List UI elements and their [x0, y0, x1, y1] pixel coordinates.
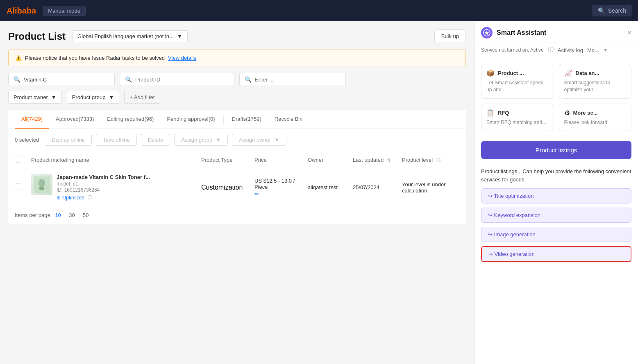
- product-name: Japan-made Vitamin C Skin Toner f...: [57, 174, 201, 180]
- tab-divider: [223, 115, 224, 124]
- product-level: Your level is under calculation: [402, 181, 459, 194]
- card-desc: Smart RFQ matching and...: [486, 119, 549, 126]
- badge-info-icon[interactable]: ⓘ: [88, 194, 92, 201]
- service-status: Service not turned on: Active: [481, 47, 544, 53]
- card-icon: 📋: [486, 109, 495, 117]
- col-header-updated: Last updated ⇅: [353, 157, 402, 163]
- main-content: Product List Global English language mar…: [0, 21, 474, 364]
- pagination-bar: Items per page: 10 | 30 | 50: [8, 206, 466, 224]
- filter-row: Product owner ▼ Product group ▼ + Add fi…: [8, 91, 466, 104]
- product-updated: 25/07/2024: [353, 184, 402, 190]
- product-thumbnail: [31, 174, 52, 195]
- edit-price-icon[interactable]: ✏: [254, 191, 259, 197]
- activity-log-link[interactable]: Activity log: [558, 47, 583, 53]
- smart-assistant-icon: [481, 27, 493, 38]
- market-label: Global English language market (not in..…: [77, 33, 174, 39]
- group-filter-label: Product group: [72, 94, 106, 100]
- title-optimization-button[interactable]: ↪ Title optimization: [481, 188, 631, 203]
- actions-bar: 0 selected Display online Take offline D…: [8, 129, 466, 151]
- search-icon: 🔍: [125, 76, 132, 83]
- top-navigation: Alibaba Manual mode 🔍 Search: [0, 0, 638, 21]
- tabs-bar: All(7429) Approved(7333) Editing require…: [8, 110, 466, 129]
- service-card-product[interactable]: 📦 Product ... Let Smart Assistant speed …: [481, 64, 554, 99]
- card-title: RFQ: [498, 110, 509, 116]
- image-generation-button[interactable]: ↪ Image generation: [481, 227, 631, 242]
- col-header-owner: Owner: [308, 157, 353, 163]
- card-desc: Let Smart Assistant speed up and...: [486, 79, 549, 93]
- search-input[interactable]: [24, 77, 109, 83]
- product-owner: aliqatest test: [308, 184, 353, 190]
- table-row: Japan-made Vitamin C Skin Toner f... mod…: [8, 169, 466, 206]
- card-icon: 📦: [486, 69, 495, 77]
- card-title: More sc...: [573, 110, 598, 116]
- table-header: Product marketing name Product Type Pric…: [8, 151, 466, 169]
- page-size-30[interactable]: 30: [69, 212, 75, 218]
- product-id-input[interactable]: [135, 77, 229, 83]
- third-search[interactable]: 🔍: [239, 73, 346, 86]
- delete-button[interactable]: Delete: [141, 134, 170, 146]
- take-offline-button[interactable]: Take offline: [96, 134, 137, 146]
- page-header: Product List Global English language mar…: [8, 29, 466, 43]
- view-details-link[interactable]: View details: [168, 55, 196, 61]
- third-input[interactable]: [255, 77, 341, 83]
- chevron-down-icon: ▼: [109, 94, 114, 100]
- service-card-rfq[interactable]: 📋 RFQ Smart RFQ matching and...: [481, 104, 554, 131]
- page-size-50[interactable]: 50: [83, 212, 89, 218]
- keyword-expansion-button[interactable]: ↪ Keyword expansion: [481, 208, 631, 223]
- page-size-10[interactable]: 10: [55, 212, 61, 218]
- col-header-type: Product Type: [201, 157, 254, 163]
- chevron-down-icon: ▼: [603, 47, 608, 53]
- tab-editing-required[interactable]: Editing required(96): [100, 110, 160, 129]
- page-title: Product List: [8, 31, 66, 42]
- service-card-more[interactable]: ⚙ More sc... Please look forward: [559, 104, 632, 131]
- chevron-down-icon: ▼: [216, 137, 221, 143]
- panel-header: Smart Assistant ×: [475, 21, 638, 43]
- alert-banner: ⚠️ Please notice that you have Issue Rad…: [8, 50, 466, 66]
- card-icon: 📈: [564, 69, 572, 77]
- tab-approved[interactable]: Approved(7333): [49, 110, 100, 129]
- tab-recycle-bin[interactable]: Recycle Bin: [268, 110, 309, 129]
- tab-drafts[interactable]: Drafts(1759): [225, 110, 268, 129]
- product-listings-button[interactable]: Product listings: [481, 141, 631, 159]
- market-selector[interactable]: Global English language market (not in..…: [72, 30, 188, 42]
- sort-icon: ⇅: [387, 158, 391, 163]
- col-header-level: Product level ⓘ: [402, 157, 459, 163]
- product-type: Customization: [201, 184, 254, 191]
- search-row: 🔍 🔍 🔍: [8, 73, 466, 86]
- product-group-filter[interactable]: Product group ▼: [67, 91, 120, 104]
- bulk-upload-button[interactable]: Bulk up: [434, 29, 466, 43]
- video-generation-button[interactable]: ↪ Video generation: [481, 246, 631, 262]
- info-icon[interactable]: ⓘ: [436, 158, 440, 163]
- card-desc: Please look forward: [564, 119, 627, 126]
- assign-group-dropdown[interactable]: Assign group ▼: [174, 134, 228, 146]
- assign-owner-dropdown[interactable]: Assign owner ▼: [232, 134, 286, 146]
- product-id: ID: 1601216736264: [57, 187, 201, 193]
- product-owner-filter[interactable]: Product owner ▼: [8, 91, 62, 104]
- nav-search[interactable]: 🔍 Search: [593, 5, 631, 16]
- info-icon[interactable]: ⓘ: [548, 46, 554, 54]
- tab-all[interactable]: All(7429): [15, 110, 49, 129]
- items-per-page-label: Items per page:: [15, 212, 52, 218]
- close-icon[interactable]: ×: [627, 29, 631, 37]
- svg-point-1: [39, 179, 45, 187]
- display-online-button[interactable]: Display online: [45, 134, 92, 146]
- mode-badge[interactable]: Manual mode: [43, 6, 86, 16]
- product-info: Japan-made Vitamin C Skin Toner f... mod…: [57, 174, 201, 201]
- chevron-down-icon: ▼: [51, 94, 57, 100]
- card-title: Data an...: [576, 70, 599, 76]
- search-icon: 🔍: [245, 76, 252, 83]
- optimized-badge: ⊕ Optimized ⓘ: [57, 194, 92, 201]
- owner-filter-label: Product owner: [14, 94, 48, 100]
- row-checkbox[interactable]: [15, 183, 21, 190]
- product-name-search[interactable]: 🔍: [8, 73, 115, 86]
- service-description: Product listings，Can help you provide th…: [475, 166, 638, 188]
- panel-subheader: Service not turned on: Active ⓘ Activity…: [475, 43, 638, 57]
- product-id-search[interactable]: 🔍: [120, 73, 234, 86]
- add-filter-button[interactable]: + Add filter: [124, 91, 160, 104]
- service-card-data[interactable]: 📈 Data an... Smart suggestions to optimi…: [559, 64, 632, 99]
- search-label: Search: [608, 7, 626, 14]
- tab-pending-approval[interactable]: Pending approval(0): [160, 110, 221, 129]
- service-cards-grid: 📦 Product ... Let Smart Assistant speed …: [475, 57, 638, 138]
- search-icon: 🔍: [598, 7, 605, 14]
- select-all-checkbox[interactable]: [15, 156, 21, 163]
